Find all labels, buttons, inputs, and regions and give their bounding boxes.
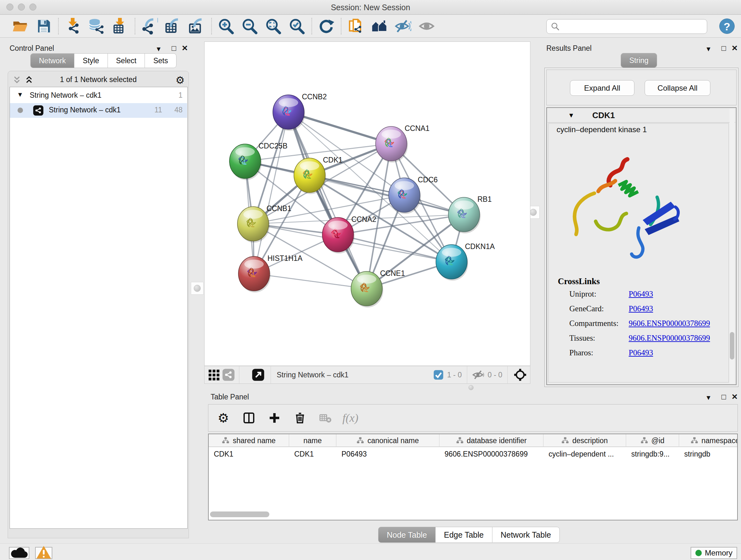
table-cell[interactable]: P06493 (336, 448, 440, 460)
network-list-collapse-all-icon[interactable] (12, 75, 22, 85)
table-cell[interactable]: stringdb:9... (626, 448, 679, 460)
network-collection-row[interactable]: ▼ String Network – cdk1 1 (10, 88, 187, 103)
help-button[interactable]: ? (719, 18, 735, 34)
node-label: RB1 (477, 195, 492, 203)
function-builder-icon: f(x) (342, 411, 358, 425)
string-badge-gray-icon[interactable] (222, 368, 235, 382)
crosslink-label: Tissues: (569, 334, 595, 343)
crosslink-label: Compartments: (569, 319, 618, 328)
tab-sets[interactable]: Sets (145, 53, 177, 68)
toolbar-save-session-icon[interactable] (32, 16, 56, 37)
control-panel-float-icon[interactable]: □ (169, 44, 179, 53)
toolbar-separator (58, 18, 59, 35)
toolbar-zoom-out-icon[interactable] (238, 16, 262, 37)
column-header-canonical-name[interactable]: canonical name (336, 434, 440, 447)
detach-view-icon[interactable] (252, 368, 265, 382)
toolbar-show-all-icon[interactable] (415, 16, 439, 37)
toolbar-zoom-selected-icon[interactable] (285, 16, 309, 37)
string-network-icon (33, 105, 44, 116)
crosslink-link[interactable]: P06493 (629, 348, 653, 357)
control-panel-tabs: NetworkStyleSelectSets (30, 53, 177, 68)
table-panel-close-icon[interactable]: ✕ (730, 392, 740, 401)
toolbar-import-table-icon[interactable] (109, 16, 132, 37)
memory-button[interactable]: Memory (690, 547, 737, 559)
left-splitter-handle[interactable] (191, 282, 204, 295)
network-view-toolbar: String Network – cdk1 1 - 0 0 - 0 (204, 366, 530, 384)
show-columns-icon[interactable] (242, 411, 256, 425)
table-gear-icon[interactable]: ⚙ (216, 411, 231, 425)
toolbar-open-session-icon[interactable] (8, 16, 32, 37)
toolbar-export-image-icon[interactable] (185, 16, 209, 37)
network-row-selected[interactable]: String Network – cdk1 11 48 (10, 103, 187, 118)
toolbar-hide-selected-icon[interactable] (391, 16, 415, 37)
crosslink-link[interactable]: P06493 (629, 304, 653, 313)
toolbar-refresh-view-icon[interactable] (315, 16, 338, 37)
add-column-icon[interactable] (267, 411, 282, 425)
column-header-database-identifier[interactable]: database identifier (440, 434, 543, 447)
toolbar-export-table-icon[interactable] (161, 16, 185, 37)
control-panel-menu-icon[interactable]: ▾ (153, 44, 164, 54)
table-cell[interactable]: cyclin–dependent ... (543, 448, 626, 460)
selected-checkbox-icon[interactable] (433, 368, 444, 382)
tab-edge-table[interactable]: Edge Table (435, 527, 492, 543)
table-hscrollbar-thumb[interactable] (210, 511, 269, 517)
column-header--id[interactable]: @id (626, 434, 679, 447)
results-panel-close-icon[interactable]: ✕ (730, 44, 740, 53)
delete-column-icon[interactable] (293, 411, 307, 425)
tab-node-table[interactable]: Node Table (378, 527, 435, 543)
column-header-namespace[interactable]: namespace (679, 434, 738, 447)
toolbar-export-network-icon[interactable] (138, 16, 161, 37)
hidden-eye-icon (472, 368, 485, 382)
crosslink-link[interactable]: 9606.ENSP00000378699 (629, 319, 710, 328)
column-header-shared-name[interactable]: shared name (209, 434, 289, 447)
collection-collapse-icon[interactable]: ▼ (17, 91, 23, 98)
table-cell[interactable]: 9606.ENSP00000378699 (440, 448, 543, 460)
table-panel-menu-icon[interactable]: ▾ (703, 393, 714, 402)
results-panel-title: Results Panel (546, 44, 592, 53)
node-label: HIST1H1A (267, 254, 303, 262)
table-cell[interactable]: stringdb (679, 448, 738, 460)
network-canvas[interactable]: CCNB2 CCNA1 CDC25B CDK1 CDC6 RB1 CCNB1 (204, 42, 530, 366)
crosslink-row: Compartments: 9606.ENSP00000378699 (558, 316, 724, 330)
node-label: CDK1 (323, 156, 342, 164)
entry-collapse-icon[interactable]: ▼ (568, 112, 575, 119)
tab-string[interactable]: String (621, 53, 657, 68)
crosslink-link[interactable]: 9606.ENSP00000378699 (629, 334, 710, 343)
cloud-status-button[interactable] (9, 547, 29, 559)
window-titlebar: Session: New Session (0, 0, 741, 15)
warning-status-button[interactable] (35, 547, 52, 559)
network-graph: CCNB2 CCNA1 CDC25B CDK1 CDC6 RB1 CCNB1 (205, 42, 530, 366)
collapse-all-button[interactable]: Collapse All (645, 80, 711, 96)
table-cell[interactable]: CDK1 (209, 448, 289, 460)
toolbar-import-network-icon[interactable] (61, 16, 85, 37)
status-bar: Memory (0, 543, 741, 560)
bottom-splitter-handle[interactable] (468, 385, 474, 390)
tab-select[interactable]: Select (108, 53, 145, 68)
node-label: CCNB1 (266, 204, 291, 212)
crosshair-icon[interactable] (513, 368, 528, 382)
results-panel-float-icon[interactable]: □ (719, 44, 729, 53)
protein-structure-image (560, 137, 697, 271)
birdseye-view-icon[interactable] (207, 368, 220, 382)
toolbar-first-neighbors-icon[interactable] (367, 16, 391, 37)
table-panel-float-icon[interactable]: □ (719, 392, 729, 401)
network-list-expand-all-icon[interactable] (24, 75, 34, 85)
crosslink-link[interactable]: P06493 (629, 290, 653, 299)
table-cell[interactable]: CDK1 (289, 448, 336, 460)
tab-style[interactable]: Style (74, 53, 108, 68)
tab-network-table[interactable]: Network Table (492, 527, 560, 543)
expand-all-button[interactable]: Expand All (570, 80, 634, 96)
network-options-gear-icon[interactable]: ⚙ (176, 74, 185, 86)
column-header-description[interactable]: description (543, 434, 626, 447)
tab-network[interactable]: Network (30, 53, 74, 68)
toolbar-zoom-fit-icon[interactable] (262, 16, 285, 37)
toolbar-zoom-in-icon[interactable] (214, 16, 238, 37)
results-scrollbar-thumb[interactable] (730, 332, 734, 360)
control-panel-close-icon[interactable]: ✕ (180, 44, 190, 53)
column-header-name[interactable]: name (289, 434, 336, 447)
crosslink-row: GeneCard: P06493 (558, 301, 724, 316)
search-input[interactable] (546, 19, 707, 34)
results-panel-menu-icon[interactable]: ▾ (703, 44, 714, 54)
toolbar-import-network-database-icon[interactable] (85, 16, 109, 37)
toolbar-duplicate-network-icon[interactable] (344, 16, 367, 37)
